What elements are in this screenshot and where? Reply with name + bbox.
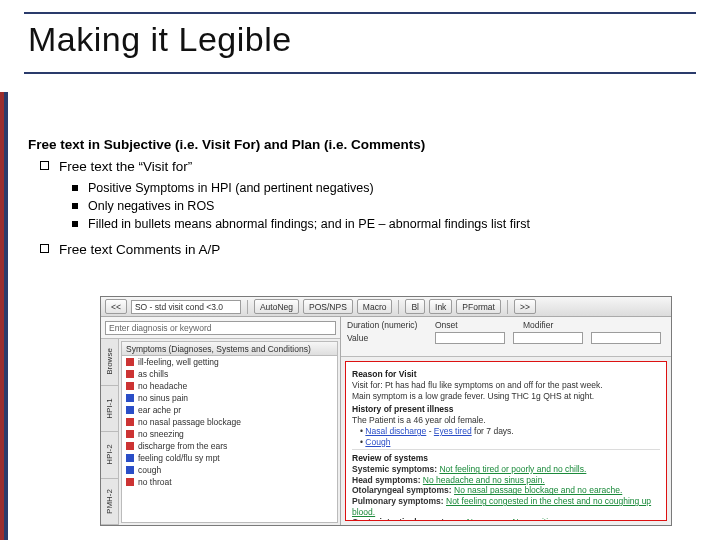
detail-fields: Duration (numeric) Onset Modifier Value bbox=[341, 317, 671, 357]
left-deco bbox=[0, 92, 8, 540]
vtab-browse[interactable]: Browse bbox=[105, 348, 114, 375]
modifier-input[interactable] bbox=[591, 332, 661, 344]
list-item-text: no headache bbox=[138, 381, 187, 391]
list-item[interactable]: ear ache pr bbox=[122, 404, 337, 416]
search-input[interactable]: Enter diagnosis or keyword bbox=[105, 321, 336, 335]
toolbar: << SO - std visit cond <3.0 AutoNeg POS/… bbox=[101, 297, 671, 317]
list-item[interactable]: cough bbox=[122, 464, 337, 476]
bullet-text: Free text the “Visit for” bbox=[59, 158, 192, 176]
field-label: Onset bbox=[435, 320, 515, 330]
bullet-l2: Positive Symptoms in HPI (and pertinent … bbox=[72, 180, 696, 197]
hpi-item: Cough bbox=[360, 437, 660, 448]
field-label: Duration (numeric) bbox=[347, 320, 427, 330]
mid-rule bbox=[24, 72, 696, 74]
symptom-list: Symptoms (Diagnoses, Systems and Conditi… bbox=[121, 341, 338, 523]
flag-icon bbox=[126, 370, 134, 378]
left-column: Enter diagnosis or keyword Browse HPI-1 … bbox=[101, 317, 341, 525]
ros-label: Gastrointestinal symptoms: bbox=[352, 517, 467, 521]
hpi-suffix: for 7 days. bbox=[474, 426, 514, 436]
bullet-l1: Free text the “Visit for” bbox=[40, 158, 696, 176]
flag-icon bbox=[126, 466, 134, 474]
square-bullet-icon bbox=[40, 161, 49, 170]
flag-icon bbox=[126, 382, 134, 390]
list-item-text: feeling cold/flu sy mpt bbox=[138, 453, 220, 463]
list-item-text: no sneezing bbox=[138, 429, 184, 439]
list-item-text: ill-feeling, well getting bbox=[138, 357, 219, 367]
vtab-hpi2[interactable]: HPI-2 bbox=[105, 445, 114, 465]
list-item-text: cough bbox=[138, 465, 161, 475]
hpi-patient-line: The Patient is a 46 year old female. bbox=[352, 415, 660, 426]
flag-icon bbox=[126, 478, 134, 486]
value-input[interactable] bbox=[435, 332, 505, 344]
template-combo[interactable]: SO - std visit cond <3.0 bbox=[131, 300, 241, 314]
bullet-text: Positive Symptoms in HPI (and pertinent … bbox=[88, 180, 374, 197]
hpi-link[interactable]: Nasal discharge bbox=[365, 426, 426, 436]
bullet-l1: Free text Comments in A/P bbox=[40, 241, 696, 259]
hpi-link[interactable]: Cough bbox=[365, 437, 390, 447]
reason-text: Visit for: Pt has had flu like symptoms … bbox=[352, 380, 660, 391]
list-item[interactable]: no throat bbox=[122, 476, 337, 488]
bullet-text: Free text Comments in A/P bbox=[59, 241, 220, 259]
flag-icon bbox=[126, 358, 134, 366]
toolbar-autoneg[interactable]: AutoNeg bbox=[254, 299, 299, 314]
right-column: Duration (numeric) Onset Modifier Value … bbox=[341, 317, 671, 525]
reason-text: Main symptom is a low grade fever. Using… bbox=[352, 391, 660, 402]
square-filled-icon bbox=[72, 203, 78, 209]
toolbar-more[interactable]: >> bbox=[514, 299, 536, 314]
flag-icon bbox=[126, 394, 134, 402]
flag-icon bbox=[126, 442, 134, 450]
list-item-text: ear ache pr bbox=[138, 405, 181, 415]
note-preview: Reason for Visit Visit for: Pt has had f… bbox=[345, 361, 667, 521]
list-item[interactable]: discharge from the ears bbox=[122, 440, 337, 452]
ros-label: Systemic symptoms: bbox=[352, 464, 439, 474]
list-item[interactable]: feeling cold/flu sy mpt bbox=[122, 452, 337, 464]
ros-value[interactable]: No headache and no sinus pain. bbox=[423, 475, 545, 485]
bullet-l2: Filled in bullets means abnormal finding… bbox=[72, 216, 696, 233]
list-item[interactable]: no sinus pain bbox=[122, 392, 337, 404]
flag-icon bbox=[126, 454, 134, 462]
list-header: Symptoms (Diagnoses, Systems and Conditi… bbox=[122, 342, 337, 356]
ros-label: Otolaryngeal symptoms: bbox=[352, 485, 454, 495]
section-header-hpi: History of present illness bbox=[352, 404, 660, 414]
bullet-l2: Only negatives in ROS bbox=[72, 198, 696, 215]
list-item-text: as chills bbox=[138, 369, 168, 379]
toolbar-ink[interactable]: Ink bbox=[429, 299, 452, 314]
slide-content: Free text in Subjective (i.e. Visit For)… bbox=[28, 136, 696, 263]
ros-label: Pulmonary symptoms: bbox=[352, 496, 446, 506]
bullet-text: Only negatives in ROS bbox=[88, 198, 214, 215]
square-filled-icon bbox=[72, 221, 78, 227]
toolbar-macro[interactable]: Macro bbox=[357, 299, 393, 314]
ros-value[interactable]: Not feeling tired or poorly and no chill… bbox=[439, 464, 586, 474]
list-item[interactable]: as chills bbox=[122, 368, 337, 380]
field-label: Modifier bbox=[523, 320, 603, 330]
toolbar-posnps[interactable]: POS/NPS bbox=[303, 299, 353, 314]
ros-value[interactable]: No nausea. No vomiting. bbox=[467, 517, 560, 521]
ros-row: Pulmonary symptoms: Not feeling congeste… bbox=[352, 496, 660, 517]
body-heading: Free text in Subjective (i.e. Visit For)… bbox=[28, 136, 696, 154]
list-item[interactable]: no sneezing bbox=[122, 428, 337, 440]
list-item[interactable]: no nasal passage blockage bbox=[122, 416, 337, 428]
hpi-link[interactable]: Eyes tired bbox=[434, 426, 472, 436]
flag-icon bbox=[126, 406, 134, 414]
list-item-text: no sinus pain bbox=[138, 393, 188, 403]
section-header-ros: Review of systems bbox=[352, 453, 660, 463]
toolbar-pformat[interactable]: PFormat bbox=[456, 299, 501, 314]
flag-icon bbox=[126, 418, 134, 426]
list-item[interactable]: no headache bbox=[122, 380, 337, 392]
vtab-hpi1[interactable]: HPI-1 bbox=[105, 398, 114, 418]
list-item-text: discharge from the ears bbox=[138, 441, 227, 451]
ros-row: Head symptoms: No headache and no sinus … bbox=[352, 475, 660, 486]
back-button[interactable]: << bbox=[105, 299, 127, 314]
square-bullet-icon bbox=[40, 244, 49, 253]
vtab-pmh2[interactable]: PMH-2 bbox=[105, 489, 114, 514]
slide-title: Making it Legible bbox=[28, 20, 292, 59]
ros-row: Gastrointestinal symptoms: No nausea. No… bbox=[352, 517, 660, 521]
ehr-screenshot: << SO - std visit cond <3.0 AutoNeg POS/… bbox=[100, 296, 672, 526]
toolbar-bl[interactable]: Bl bbox=[405, 299, 425, 314]
field-label: Value bbox=[347, 333, 427, 343]
ros-row: Otolaryngeal symptoms: No nasal passage … bbox=[352, 485, 660, 496]
list-item[interactable]: ill-feeling, well getting bbox=[122, 356, 337, 368]
onset-input[interactable] bbox=[513, 332, 583, 344]
ros-value[interactable]: No nasal passage blockage and no earache… bbox=[454, 485, 622, 495]
section-header-reason: Reason for Visit bbox=[352, 369, 660, 379]
